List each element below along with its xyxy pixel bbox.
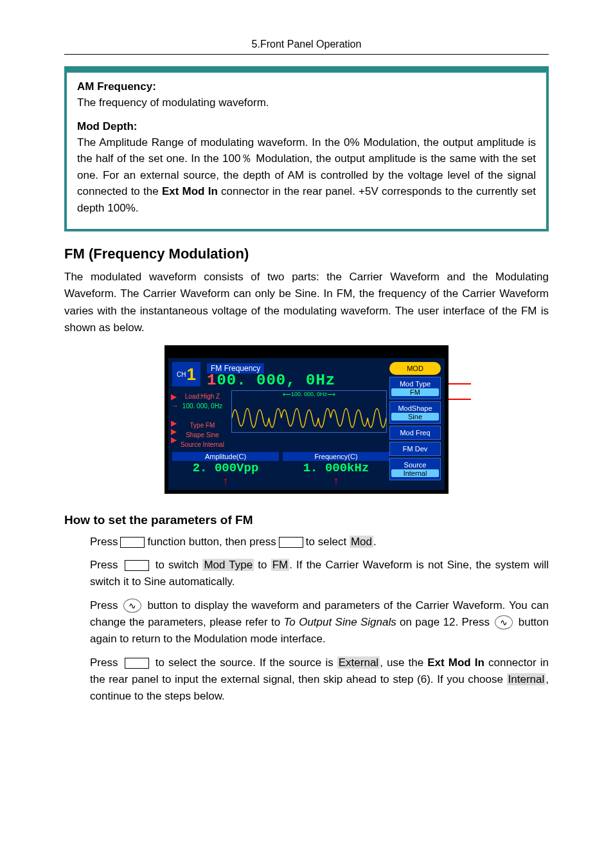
ptr-source: ▶	[171, 434, 177, 446]
softkey-mod: MOD	[389, 362, 441, 375]
step-2-fm: FM	[271, 559, 290, 571]
readout-amplitude: Amplitude(C) 2. 000Vpp ↑	[172, 452, 279, 485]
softkey-column: MOD Mod Type FM ModShape Sine Mod Freq F…	[389, 362, 441, 485]
f-select-button[interactable]	[279, 537, 303, 548]
sine-waveform-button-2[interactable]: ∿	[495, 615, 513, 629]
step-4-c: , use the	[380, 656, 427, 669]
step-3: Press ∿ button to display the waveform a…	[90, 597, 549, 648]
fm-frequency-lead: 1	[207, 372, 217, 389]
softkey-source-label: Source	[404, 461, 427, 469]
sine-waveform-button[interactable]: ∿	[123, 599, 141, 613]
fm-heading: FM (Frequency Modulation)	[64, 246, 549, 262]
softkey-mod-type: Mod Type FM	[389, 377, 441, 399]
step-4-b: to select the source. If the source is	[152, 656, 337, 669]
readout-amplitude-label: Amplitude(C)	[172, 452, 279, 461]
step-3-c: on page 12. Press	[396, 616, 493, 628]
step-4: Press to select the source. If the sourc…	[90, 655, 549, 705]
softkey-mod-freq: Mod Freq	[389, 426, 441, 440]
step-2: Press to switch Mod Type to FM. If the C…	[90, 557, 549, 591]
readout-frequency: Frequency(C) 1. 000kHz ↑	[283, 452, 389, 485]
term-am-frequency-body: The frequency of modulating waveform.	[77, 95, 536, 111]
channel-badge-num: 1	[186, 365, 195, 384]
softkey-mod-type-label: Mod Type	[400, 380, 431, 388]
term-glossary-box: AM Frequency: The frequency of modulatin…	[64, 66, 549, 231]
term-glossary-top-bar	[67, 69, 546, 73]
term-mod-depth-title: Mod Depth:	[77, 120, 536, 133]
readout-frequency-value: 1. 000kHz	[283, 461, 389, 475]
lcd-type: Type FM	[190, 422, 215, 429]
fm-frequency-value: 100. 000, 0Hz	[207, 372, 335, 389]
step-2-c: to	[254, 559, 271, 571]
mod-function-button[interactable]	[120, 537, 145, 548]
howto-heading: How to set the parameters of FM	[64, 513, 549, 527]
device-screenshot: CH 1 FM Frequency 100. 000, 0Hz	[64, 345, 549, 493]
step-1-b: function button, then press	[147, 536, 276, 548]
softkey-mod-type-value: FM	[391, 388, 439, 396]
step-1-c: to select	[306, 536, 350, 548]
channel-badge: CH 1	[172, 362, 200, 386]
header-rule	[64, 54, 549, 55]
term-mod-depth-body: The Amplitude Range of modulating wavefo…	[77, 134, 536, 217]
step-4-internal: Internal	[507, 673, 546, 685]
source-button[interactable]	[125, 658, 149, 669]
channel-badge-ch: CH	[177, 371, 186, 378]
callout-lines-right	[449, 345, 474, 487]
step-4-external: External	[337, 656, 380, 669]
step-1-mod: Mod	[350, 536, 373, 548]
softkey-source-value: Internal	[391, 469, 439, 477]
step-1: Pressfunction button, then pressto selec…	[90, 534, 549, 550]
lcd-load: Load:High Z	[185, 393, 220, 400]
step-3-a: Press	[90, 599, 121, 611]
fm-intro: The modulated waveform consists of two p…	[64, 269, 549, 336]
lcd-scale: ⟵100. 000, 0Hz⟶	[232, 391, 386, 397]
lcd-info-area: ▶ Load:High Z → 100. 000, 0Hz ▶ Type FM …	[172, 390, 231, 449]
ptr-ref: →	[171, 400, 179, 411]
step-3-ref: To Output Sine Signals	[284, 616, 396, 628]
fm-frequency-rest: 00. 000, 0Hz	[217, 372, 335, 389]
softkey-mod-shape-label: ModShape	[398, 404, 432, 412]
lcd-shape: Shape Sine	[186, 431, 219, 439]
mod-type-button[interactable]	[125, 560, 149, 571]
page-header: 5.Front Panel Operation	[64, 39, 549, 54]
readout-amplitude-value: 2. 000Vpp	[172, 461, 279, 475]
lcd-ref: 100. 000, 0Hz	[182, 402, 222, 410]
arrow-up-amp: ↑	[172, 476, 279, 485]
softkey-fm-dev: FM Dev	[389, 442, 441, 456]
step-4-a: Press	[90, 656, 122, 669]
step-2-b: to switch	[152, 559, 203, 571]
lcd-source: Source Internal	[181, 441, 224, 448]
term-mod-depth-extmodin: Ext Mod In	[162, 185, 218, 197]
lcd-waveform: ⟵100. 000, 0Hz⟶	[231, 390, 387, 433]
readout-frequency-label: Frequency(C)	[283, 452, 389, 461]
softkey-source: Source Internal	[389, 458, 441, 480]
step-1-dot: .	[373, 536, 377, 548]
step-4-extmodin: Ext Mod In	[427, 656, 484, 669]
step-2-modtype: Mod Type	[202, 559, 254, 571]
softkey-mod-shape: ModShape Sine	[389, 401, 441, 424]
step-2-a: Press	[90, 559, 122, 571]
term-am-frequency-title: AM Frequency:	[77, 80, 536, 93]
softkey-mod-shape-value: Sine	[391, 413, 439, 420]
step-1-a: Press	[90, 536, 118, 548]
arrow-up-freq: ↑	[283, 476, 389, 485]
